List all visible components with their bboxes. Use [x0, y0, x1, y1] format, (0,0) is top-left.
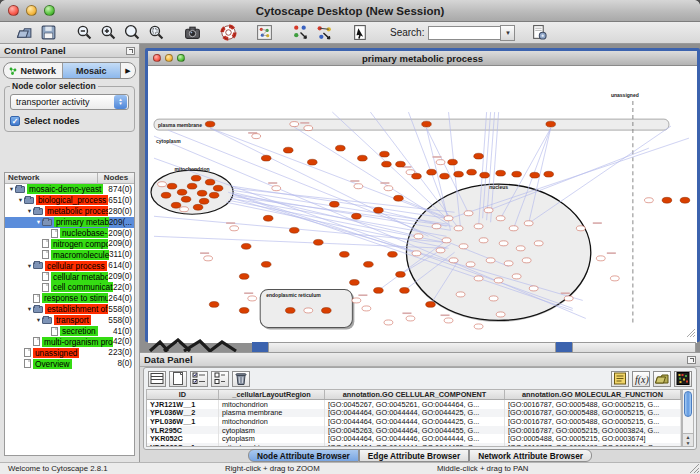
network-node-outline[interactable] [494, 278, 503, 283]
tree-row-biological-process[interactable]: ▼biological_process651(0) [5, 195, 134, 206]
network-node-outline[interactable] [456, 292, 465, 297]
network-node-outline[interactable] [489, 296, 498, 301]
network-node[interactable] [261, 155, 271, 161]
column-header-comp[interactable]: annotation.GO CELLULAR_COMPONENT [325, 390, 505, 399]
node-color-combobox[interactable]: transporter activity ▲▼ [10, 94, 129, 110]
network-node-outline[interactable] [499, 241, 508, 246]
network-node-outline[interactable] [522, 258, 531, 263]
network-node-outline[interactable] [610, 276, 619, 281]
network-node-outline[interactable] [230, 226, 239, 231]
table-row[interactable]: YPL036W__2plasma membrane[GO:0044464, GO… [147, 409, 681, 418]
search-dropdown-button[interactable]: ▼ [500, 25, 515, 41]
network-node-outline[interactable] [304, 126, 313, 131]
network-node[interactable] [161, 192, 171, 198]
network-node-outline[interactable] [436, 160, 445, 165]
network-node[interactable] [322, 308, 332, 314]
network-node[interactable] [662, 197, 672, 203]
attribute-matrix-icon[interactable] [674, 371, 692, 387]
network-node-outline[interactable] [459, 244, 468, 249]
network-node-outline[interactable] [454, 226, 463, 231]
table-row[interactable]: YLR295Ccytoplasm[GO:0045263, GO:0044464,… [147, 426, 681, 435]
background-window-fragment[interactable] [268, 342, 556, 352]
network-node-outline[interactable] [474, 324, 483, 329]
twisty-open-icon[interactable]: ▼ [26, 306, 33, 312]
network-node-outline[interactable] [449, 258, 458, 263]
network-node-outline[interactable] [304, 308, 313, 313]
annotation-select-icon[interactable] [348, 23, 372, 43]
configure-search-icon[interactable] [527, 23, 551, 43]
network-node[interactable] [448, 159, 458, 165]
select-nodes-checkbox[interactable]: ✓ [10, 116, 20, 126]
network-node[interactable] [454, 171, 464, 177]
network-node-outline[interactable] [564, 296, 573, 301]
network-node[interactable] [209, 192, 219, 198]
scrollbar-arrows[interactable]: ▲▼ [683, 433, 693, 446]
network-node[interactable] [496, 170, 506, 176]
tree-row-macromolecule[interactable]: macromolecule311(0) [5, 249, 134, 260]
open-file-icon[interactable] [12, 23, 36, 43]
tab-overflow-button[interactable]: ▶ [121, 63, 135, 78]
window-resize-grip[interactable] [686, 328, 696, 338]
import-edge-attributes-icon[interactable] [312, 23, 336, 43]
network-node[interactable] [426, 302, 436, 308]
network-node-outline[interactable] [534, 241, 543, 246]
tab-node-attribute-browser[interactable]: Node Attribute Browser [248, 449, 359, 462]
network-edge[interactable] [230, 196, 452, 226]
network-node[interactable] [330, 201, 340, 207]
twisty-open-icon[interactable]: ▼ [17, 197, 24, 203]
tree-row-transport[interactable]: ▼transport558(0) [5, 315, 134, 326]
network-node[interactable] [209, 302, 219, 308]
network-node-outline[interactable] [354, 184, 363, 189]
zoom-out-icon[interactable] [72, 23, 96, 43]
network-edge[interactable] [232, 192, 418, 236]
network-node[interactable] [480, 172, 490, 178]
network-node[interactable] [474, 153, 484, 159]
network-node[interactable] [396, 161, 406, 167]
tree-row-secretion[interactable]: secretion41(0) [5, 326, 134, 337]
network-node-outline[interactable] [444, 216, 453, 221]
app-resize-grip[interactable] [688, 462, 700, 474]
network-node[interactable] [544, 171, 554, 177]
network-node[interactable] [394, 195, 404, 201]
tree-row-cell-communicat[interactable]: cell communicat22(0) [5, 282, 134, 293]
zoom-fit-icon[interactable] [120, 23, 144, 43]
tree-row-nitrogen-compo[interactable]: nitrogen compo209(0) [5, 238, 134, 249]
network-node-outline[interactable] [432, 224, 441, 229]
network-node[interactable] [374, 288, 384, 294]
network-overview-icon[interactable] [252, 23, 276, 43]
network-node-outline[interactable] [524, 221, 533, 226]
network-node[interactable] [239, 308, 249, 314]
network-node[interactable] [187, 183, 197, 189]
background-window-fragment[interactable] [556, 342, 572, 352]
network-node-outline[interactable] [158, 182, 167, 187]
network-node[interactable] [167, 183, 177, 189]
network-node[interactable] [285, 308, 295, 314]
network-node[interactable] [427, 169, 437, 175]
tree-row-multi-organism-pro[interactable]: multi-organism pro42(0) [5, 336, 134, 347]
tree-row-response-to-stimul[interactable]: response to stimul264(0) [5, 293, 134, 304]
network-node-outline[interactable] [529, 286, 538, 291]
tree-row-metabolic-process[interactable]: ▼metabolic process280(0) [5, 206, 134, 217]
network-node[interactable] [546, 121, 556, 127]
network-node-outline[interactable] [442, 238, 451, 243]
network-node-outline[interactable] [466, 262, 475, 267]
network-node-outline[interactable] [272, 186, 281, 191]
network-node[interactable] [358, 155, 368, 161]
network-node[interactable] [380, 151, 390, 157]
network-node[interactable] [680, 197, 690, 203]
tree-row-establishment-of-lo[interactable]: ▼establishment of lo558(0) [5, 304, 134, 315]
network-node-outline[interactable] [484, 208, 493, 213]
tab-mosaic[interactable]: Mosaic [63, 63, 122, 78]
network-node[interactable] [171, 202, 181, 208]
network-node[interactable] [467, 169, 477, 175]
network-node[interactable] [364, 261, 374, 267]
table-row[interactable]: YPL036W__1mitochondrion[GO:0044464, GO:0… [147, 417, 681, 426]
network-node-outline[interactable] [496, 216, 505, 221]
network-node[interactable] [388, 251, 398, 257]
background-window-fragment[interactable] [252, 342, 268, 352]
scrollbar-thumb[interactable] [684, 391, 692, 417]
network-node-outline[interactable] [512, 274, 521, 279]
twisty-open-icon[interactable]: ▼ [35, 317, 42, 323]
help-icon[interactable] [216, 23, 240, 43]
network-node[interactable] [400, 288, 410, 294]
